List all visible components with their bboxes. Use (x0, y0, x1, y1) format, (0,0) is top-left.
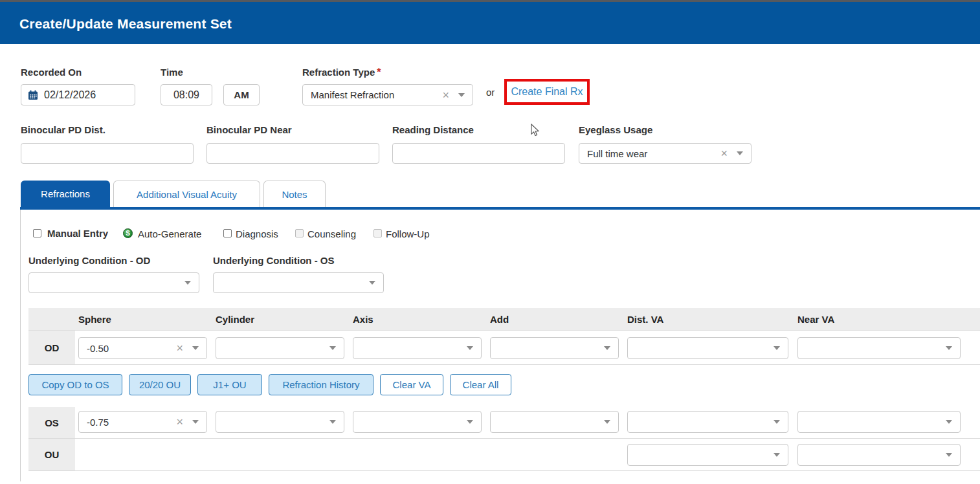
eyeglass-usage-combobox[interactable]: Full time wear × (579, 143, 752, 164)
chevron-down-icon[interactable] (369, 281, 375, 285)
col-header-axis: Axis (353, 314, 373, 325)
chevron-down-icon[interactable] (458, 93, 465, 97)
ou-dist-va-combobox[interactable] (627, 444, 788, 466)
recorded-on-value[interactable]: 02/12/2026 (44, 89, 96, 101)
col-header-add: Add (490, 314, 509, 325)
measurement-set-page: Create/Update Measurement Set Recorded O… (0, 0, 980, 484)
or-text: or (486, 87, 495, 98)
auto-generate-icon[interactable]: S (123, 228, 133, 238)
binocular-pd-near-label: Binocular PD Near (206, 124, 292, 135)
clear-all-button[interactable]: Clear All (450, 374, 511, 395)
od-cylinder-combobox[interactable] (216, 337, 344, 359)
tab-underline (20, 207, 980, 210)
required-asterisk: * (377, 67, 381, 78)
underlying-condition-od-label: Underlying Condition - OD (28, 255, 150, 266)
os-near-va-combobox[interactable] (797, 411, 961, 433)
row-label-ou: OU (28, 439, 75, 470)
page-header: Create/Update Measurement Set (0, 2, 980, 44)
chevron-down-icon[interactable] (946, 453, 952, 457)
col-header-dist-va: Dist. VA (627, 314, 663, 325)
chevron-down-icon[interactable] (604, 346, 610, 350)
binocular-pd-dist-input[interactable] (21, 143, 194, 164)
tab-notes[interactable]: Notes (263, 181, 326, 207)
chevron-down-icon[interactable] (192, 346, 199, 350)
tab-panel-border (20, 210, 21, 481)
row-separator (28, 438, 980, 439)
20-20-ou-button[interactable]: 20/20 OU (129, 374, 191, 395)
refraction-type-combobox[interactable]: Manifest Refraction × (302, 84, 473, 105)
tab-additional-visual-acuity[interactable]: Additional Visual Acuity (113, 181, 260, 207)
chevron-down-icon[interactable] (329, 420, 336, 424)
col-header-sphere: Sphere (78, 314, 111, 325)
col-header-near-va: Near VA (797, 314, 834, 325)
od-dist-va-combobox[interactable] (627, 337, 788, 359)
recorded-on-label: Recorded On (21, 67, 82, 78)
row-label-os: OS (28, 407, 75, 438)
os-dist-va-combobox[interactable] (627, 411, 788, 433)
clear-icon[interactable]: × (176, 416, 183, 428)
refraction-history-button[interactable]: Refraction History (269, 374, 373, 395)
od-add-combobox[interactable] (490, 337, 619, 359)
refraction-type-value[interactable]: Manifest Refraction (311, 89, 442, 100)
os-sphere-combobox[interactable]: -0.75 × (78, 411, 207, 433)
clear-icon[interactable]: × (720, 148, 728, 159)
time-input[interactable]: 08:09 (161, 84, 212, 105)
chevron-down-icon[interactable] (946, 346, 952, 350)
reading-distance-label: Reading Distance (392, 124, 474, 135)
os-axis-combobox[interactable] (353, 411, 482, 433)
row-separator (28, 364, 980, 365)
time-value[interactable]: 08:09 (173, 89, 199, 101)
od-sphere-value[interactable]: -0.50 (87, 343, 176, 354)
calendar-icon[interactable] (28, 90, 38, 100)
create-final-rx-link[interactable]: Create Final Rx (511, 86, 583, 98)
diagnosis-label: Diagnosis (236, 228, 278, 239)
reading-distance-input[interactable] (392, 143, 565, 164)
chevron-down-icon[interactable] (192, 420, 199, 424)
chevron-down-icon[interactable] (184, 281, 191, 285)
os-sphere-value[interactable]: -0.75 (87, 417, 176, 428)
underlying-condition-od-combobox[interactable] (28, 272, 199, 293)
chevron-down-icon[interactable] (329, 346, 336, 350)
od-sphere-combobox[interactable]: -0.50 × (78, 337, 207, 359)
os-cylinder-combobox[interactable] (216, 411, 344, 433)
diagnosis-checkbox[interactable] (223, 229, 232, 237)
binocular-pd-near-input[interactable] (206, 143, 379, 164)
manual-entry-checkbox[interactable] (33, 229, 41, 237)
j1-ou-button[interactable]: J1+ OU (197, 374, 262, 395)
chevron-down-icon[interactable] (467, 420, 473, 424)
chevron-down-icon[interactable] (946, 420, 952, 424)
eyeglass-usage-label: Eyeglass Usage (579, 124, 652, 135)
chevron-down-icon[interactable] (774, 420, 780, 424)
chevron-down-icon[interactable] (774, 346, 780, 350)
eyeglass-usage-value[interactable]: Full time wear (587, 148, 720, 159)
copy-od-to-os-button[interactable]: Copy OD to OS (28, 374, 122, 395)
follow-up-checkbox[interactable] (373, 229, 382, 237)
meridiem-button[interactable]: AM (223, 84, 260, 105)
clear-icon[interactable]: × (442, 89, 449, 101)
underlying-condition-os-combobox[interactable] (213, 272, 384, 293)
auto-generate-label[interactable]: Auto-Generate (138, 228, 201, 239)
time-label: Time (161, 67, 183, 78)
recorded-on-field[interactable]: 02/12/2026 (21, 84, 135, 105)
os-add-combobox[interactable] (490, 411, 619, 433)
chevron-down-icon[interactable] (467, 346, 473, 350)
annotation-red-box: Create Final Rx (504, 79, 590, 105)
od-axis-combobox[interactable] (353, 337, 482, 359)
ou-near-va-combobox[interactable] (797, 444, 961, 466)
row-separator (28, 470, 980, 471)
counseling-checkbox[interactable] (295, 229, 304, 237)
chevron-down-icon[interactable] (604, 420, 610, 424)
chevron-down-icon[interactable] (737, 151, 743, 155)
mouse-cursor (531, 124, 540, 137)
tab-label: Additional Visual Acuity (137, 189, 237, 200)
page-title: Create/Update Measurement Set (19, 16, 232, 32)
table-header-row: Sphere Cylinder Axis Add Dist. VA Near V… (28, 308, 980, 331)
chevron-down-icon[interactable] (774, 453, 780, 457)
counseling-label: Counseling (307, 228, 356, 239)
tab-refractions[interactable]: Refractions (21, 181, 110, 207)
clear-icon[interactable]: × (176, 342, 183, 354)
underlying-condition-os-label: Underlying Condition - OS (213, 255, 335, 266)
od-near-va-combobox[interactable] (797, 337, 961, 359)
col-header-cylinder: Cylinder (216, 314, 254, 325)
clear-va-button[interactable]: Clear VA (380, 374, 443, 395)
